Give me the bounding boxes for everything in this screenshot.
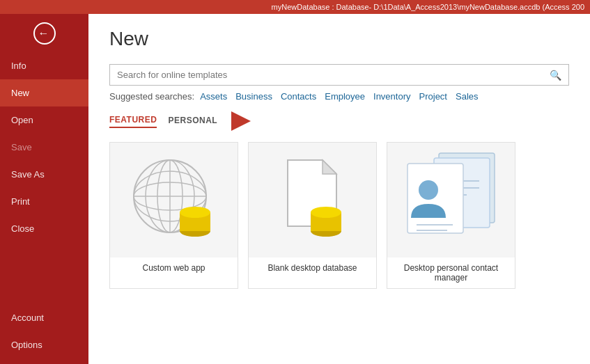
page-title: New (109, 28, 569, 50)
main-content: New 🔍 Suggested searches: Assets Busines… (88, 14, 590, 364)
blank-desktop-icon (258, 146, 366, 254)
sidebar-item-info[interactable]: Info (0, 52, 88, 79)
search-input[interactable] (110, 65, 543, 85)
card-image-blank-desktop (249, 143, 376, 258)
custom-web-app-icon (120, 146, 228, 254)
sidebar-bottom: Account Options (0, 304, 88, 358)
tab-personal[interactable]: PERSONAL (168, 116, 217, 127)
suggested-project[interactable]: Project (419, 91, 447, 102)
card-image-contact-manager (387, 143, 515, 258)
arrow-indicator (231, 111, 251, 131)
sidebar-item-account[interactable]: Account (0, 304, 88, 331)
tab-featured[interactable]: FEATURED (109, 115, 157, 128)
sidebar-item-open[interactable]: Open (0, 106, 88, 134)
sidebar-item-save-as[interactable]: Save As (0, 161, 88, 188)
svg-point-21 (419, 180, 438, 200)
suggested-assets[interactable]: Assets (200, 91, 227, 102)
tabs-row: FEATURED PERSONAL (109, 111, 569, 131)
title-bar-text: myNewDatabase : Database- D:\1Data\A_Acc… (272, 3, 584, 11)
contact-manager-icon (397, 143, 505, 258)
suggested-inventory[interactable]: Inventory (373, 91, 410, 102)
main-layout: ← Info New Open Save Save As Print Close… (0, 14, 590, 364)
suggested-row: Suggested searches: Assets Business Cont… (109, 91, 569, 102)
back-button[interactable]: ← (0, 14, 88, 52)
sidebar-item-save: Save (0, 134, 88, 161)
template-card-custom-web-app[interactable]: Custom web app (109, 142, 238, 289)
template-card-blank-desktop[interactable]: Blank desktop database (248, 142, 377, 289)
card-label-custom-web-app: Custom web app (110, 258, 238, 278)
svg-rect-20 (407, 164, 463, 233)
card-label-contact-manager: Desktop personal contactmanager (387, 258, 515, 288)
svg-point-14 (311, 207, 341, 218)
svg-marker-11 (323, 160, 336, 174)
sidebar-item-print[interactable]: Print (0, 188, 88, 215)
title-bar: myNewDatabase : Database- D:\1Data\A_Acc… (0, 0, 590, 14)
svg-point-9 (180, 207, 210, 218)
search-button[interactable]: 🔍 (543, 65, 568, 85)
sidebar-item-new[interactable]: New (0, 79, 88, 106)
search-row: 🔍 (109, 64, 569, 86)
suggested-label: Suggested searches: (109, 91, 194, 102)
suggested-sales[interactable]: Sales (456, 91, 479, 102)
sidebar-item-options[interactable]: Options (0, 331, 88, 358)
card-label-blank-desktop: Blank desktop database (249, 258, 376, 278)
sidebar: ← Info New Open Save Save As Print Close… (0, 14, 88, 364)
suggested-business[interactable]: Business (235, 91, 272, 102)
sidebar-item-close[interactable]: Close (0, 215, 88, 242)
back-circle[interactable]: ← (33, 22, 56, 45)
templates-grid: Custom web app Blank deskt (109, 142, 569, 289)
suggested-employee[interactable]: Employee (325, 91, 365, 102)
card-image-custom-web-app (110, 143, 238, 258)
template-card-contact-manager[interactable]: Desktop personal contactmanager (387, 142, 515, 289)
back-arrow-icon: ← (38, 27, 49, 40)
search-icon: 🔍 (550, 70, 561, 81)
suggested-contacts[interactable]: Contacts (281, 91, 316, 102)
